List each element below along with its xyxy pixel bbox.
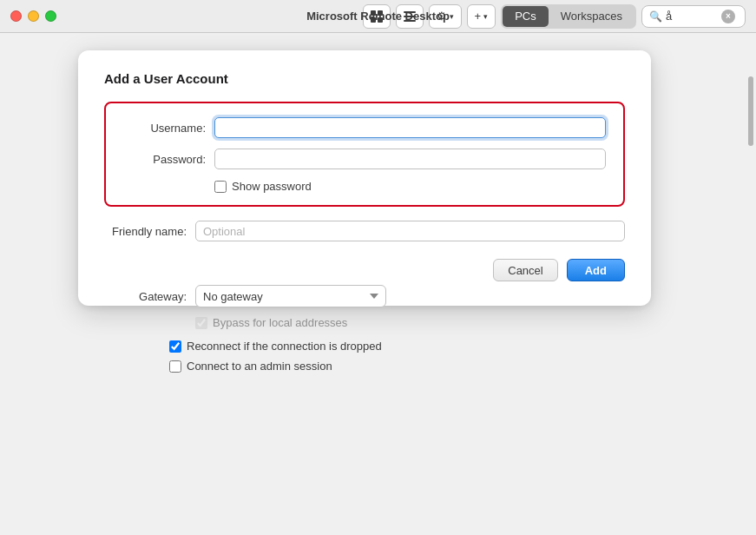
show-password-row: Show password [123, 180, 606, 193]
add-button-dialog[interactable]: Add [567, 259, 625, 281]
friendly-name-input[interactable] [195, 221, 625, 241]
admin-checkbox[interactable] [169, 360, 181, 373]
segmented-control: PCs Workspaces [501, 4, 636, 29]
gateway-row: Gateway: No gateway Add Gateway... [78, 285, 651, 307]
bypass-label: Bypass for local addresses [213, 316, 347, 329]
username-row: Username: [123, 117, 606, 138]
username-input[interactable] [214, 117, 606, 138]
show-password-label[interactable]: Show password [232, 180, 312, 193]
search-input[interactable] [666, 10, 718, 23]
gateway-select[interactable]: No gateway Add Gateway... [195, 285, 386, 307]
username-label: Username: [123, 122, 206, 135]
add-button[interactable]: + ▾ [467, 4, 496, 29]
search-clear-button[interactable]: × [721, 10, 735, 23]
credentials-section: Username: Password: Show password [104, 102, 625, 207]
window-title: Microsoft Remote Desktop [306, 10, 450, 23]
bypass-row: Bypass for local addresses [78, 316, 651, 329]
workspaces-tab[interactable]: Workspaces [549, 6, 634, 27]
password-label: Password: [123, 153, 206, 166]
close-button[interactable] [10, 10, 22, 22]
title-bar: Microsoft Remote Desktop ⚙ ▾ + ▾ PCs Wor… [0, 0, 756, 33]
password-input[interactable] [214, 149, 606, 169]
show-password-checkbox[interactable] [214, 181, 227, 193]
password-row: Password: [123, 149, 606, 169]
friendly-name-label: Friendly name: [104, 225, 187, 238]
plus-icon: + [475, 10, 482, 23]
chevron-down-icon: ▾ [450, 12, 454, 21]
lower-section: Gateway: No gateway Add Gateway... Bypas… [78, 285, 651, 380]
search-bar: 🔍 × [641, 5, 746, 28]
dialog-title: Add a User Account [104, 71, 625, 86]
scrollbar[interactable] [747, 68, 754, 502]
pcs-tab[interactable]: PCs [503, 6, 549, 27]
traffic-lights [10, 10, 56, 22]
friendly-name-row: Friendly name: [104, 221, 625, 241]
button-row: Cancel Add [104, 259, 625, 281]
gateway-label: Gateway: [104, 290, 187, 303]
reconnect-row: Reconnect if the connection is dropped [78, 340, 651, 353]
chevron-down-icon-2: ▾ [483, 12, 488, 21]
minimize-button[interactable] [28, 10, 39, 22]
cancel-button[interactable]: Cancel [493, 259, 557, 281]
scrollbar-thumb [748, 76, 753, 146]
reconnect-checkbox[interactable] [169, 340, 181, 353]
maximize-button[interactable] [45, 10, 56, 22]
admin-label[interactable]: Connect to an admin session [187, 360, 332, 373]
main-content: Add a User Account Username: Password: S… [0, 33, 756, 535]
search-icon: 🔍 [649, 10, 662, 23]
add-user-dialog: Add a User Account Username: Password: S… [78, 50, 651, 306]
reconnect-label[interactable]: Reconnect if the connection is dropped [187, 340, 382, 353]
bypass-checkbox [195, 317, 207, 329]
admin-row: Connect to an admin session [78, 360, 651, 373]
